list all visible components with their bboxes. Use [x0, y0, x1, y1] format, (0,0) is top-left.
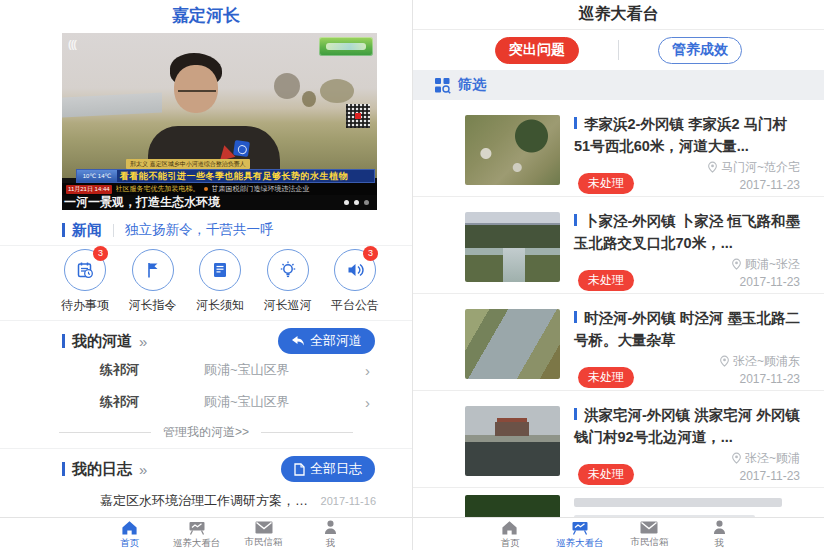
all-logs-button[interactable]: 全部日志: [281, 456, 375, 482]
user-icon: [322, 519, 339, 536]
my-rivers-title: 我的河道: [72, 332, 132, 351]
video-river: [62, 92, 162, 117]
action-notices[interactable]: 河长须知: [191, 249, 249, 314]
action-directives[interactable]: 河长指令: [124, 249, 182, 314]
document-icon: [210, 260, 230, 280]
issue-date: 2017-11-23: [719, 370, 800, 389]
news-video-player[interactable]: ((( 邢太义 嘉定区城乡中小河道综合整治负责人 10℃ 14℃ 看看能不能引进…: [62, 33, 377, 210]
river-row[interactable]: 练祁河 顾浦~宝山区界 ›: [100, 360, 370, 380]
issue-photo: [465, 309, 560, 379]
video-frame: (((: [62, 33, 377, 178]
issue-list: 李家浜2-外冈镇 李家浜2 马门村51号西北60米，河道大量... 未处理 马门…: [413, 100, 824, 517]
home-header: 嘉定河长: [0, 0, 412, 30]
filter-label: 筛选: [458, 76, 486, 94]
status-badge: 未处理: [578, 464, 634, 485]
tabbar-home-screen: 首页 巡养大看台 市民信箱 我: [0, 517, 412, 550]
news-headline-link[interactable]: 独立扬新令，千营共一呼: [125, 221, 274, 239]
user-icon: [711, 519, 728, 536]
more-chevrons-icon[interactable]: »: [139, 461, 147, 478]
log-row[interactable]: 嘉定区水环境治理工作调研方案，查看中... 2017-11-16: [100, 492, 376, 510]
tv-watermark-icon: (((: [68, 38, 76, 50]
status-badge: 未处理: [578, 367, 634, 388]
tab-citizen-mailbox[interactable]: 市民信箱: [615, 520, 685, 549]
my-logs-title: 我的日志: [72, 460, 132, 479]
home-icon: [120, 519, 139, 536]
home-icon: [500, 519, 519, 536]
tab-inspection-board[interactable]: 巡养大看台: [163, 519, 230, 550]
tab-me[interactable]: 我: [297, 519, 364, 550]
segmented-control: 突出问题 管养成效: [413, 30, 824, 70]
todo-list-icon: [75, 260, 95, 280]
video-headline-bar: 一河一景观，打造生态水环境: [62, 195, 377, 210]
lightbulb-icon: [278, 260, 298, 280]
issue-item[interactable]: 李家浜2-外冈镇 李家浜2 马门村51号西北60米，河道大量... 未处理 马门…: [413, 100, 824, 197]
weather-chip: 10℃ 14℃: [77, 170, 117, 182]
chevron-right-icon: ›: [365, 394, 370, 411]
location-pin-icon: [719, 355, 730, 367]
mail-icon: [254, 520, 274, 535]
tab-maintenance-results[interactable]: 管养成效: [658, 37, 742, 64]
board-header: 巡养大看台: [413, 0, 824, 30]
time-chip: 11月21日 14:44: [66, 185, 112, 194]
bullet-icon: [204, 187, 208, 191]
location-pin-icon: [731, 452, 742, 464]
river-row[interactable]: 练祁河 顾浦~宝山区界 ›: [100, 392, 370, 412]
mail-icon: [639, 520, 659, 535]
news-row[interactable]: 新闻 独立扬新令，千营共一呼: [62, 221, 377, 239]
issue-date: 2017-11-23: [731, 273, 800, 292]
program-logo-icon: [319, 37, 373, 56]
clipped-text: [574, 494, 800, 517]
board-chart-icon: [187, 519, 207, 536]
manage-rivers-link[interactable]: 管理我的河道>>: [0, 424, 412, 441]
action-todo[interactable]: 3 待办事项: [56, 249, 114, 314]
issue-item-partial[interactable]: [413, 488, 824, 517]
quick-actions: 3 待办事项 河长指令 河长须知 河长: [56, 249, 384, 314]
action-announcements[interactable]: 3 平台公告: [326, 249, 384, 314]
title-accent-bar: [574, 214, 577, 226]
flag-icon: [143, 260, 163, 280]
announcements-badge: 3: [363, 246, 378, 261]
tabbar-inspection-screen: 首页 巡养大看台 市民信箱 我: [413, 517, 824, 550]
issue-item[interactable]: 卜家泾-外冈镇 卜家泾 恒飞路和墨玉北路交叉口北70米，... 未处理 顾浦~张…: [413, 197, 824, 294]
tab-inspection-board[interactable]: 巡养大看台: [545, 519, 615, 550]
issue-photo: [465, 406, 560, 476]
issue-photo: [465, 212, 560, 282]
action-patrol[interactable]: 河长巡河: [259, 249, 317, 314]
page-title: 嘉定河长: [172, 4, 240, 27]
video-reporter-caption: 邢太义 嘉定区城乡中小河道综合整治负责人: [126, 159, 250, 169]
log-doc-icon: [294, 463, 305, 476]
board-chart-icon: [570, 519, 590, 536]
status-badge: 未处理: [578, 270, 634, 291]
carousel-dots[interactable]: [344, 200, 377, 205]
tab-home[interactable]: 首页: [96, 519, 163, 550]
tab-citizen-mailbox[interactable]: 市民信箱: [230, 520, 297, 549]
page-title: 巡养大看台: [579, 4, 659, 25]
issue-photo: [465, 115, 560, 185]
title-accent-bar: [574, 117, 577, 129]
screen-inspection-board: 巡养大看台 突出问题 管养成效 筛选 李家浜2-外冈镇 李家浜2 马门村51号西…: [412, 0, 824, 550]
chevron-right-icon: ›: [365, 362, 370, 379]
video-ticker: 10℃ 14℃ 看看能不能引进一些冬季也能具有足够长势的水生植物: [76, 169, 375, 183]
all-rivers-button[interactable]: 全部河道: [278, 328, 375, 354]
issue-date: 2017-11-23: [731, 467, 800, 486]
qr-code-icon: [346, 104, 370, 128]
back-arrow-icon: [291, 335, 305, 347]
speaker-icon: [345, 260, 365, 280]
issue-item[interactable]: 洪家宅河-外冈镇 洪家宅河 外冈镇钱门村92号北边河道，... 未处理 张泾~顾…: [413, 391, 824, 488]
location-pin-icon: [731, 258, 742, 270]
tab-home[interactable]: 首页: [475, 519, 545, 550]
screen-home: 嘉定河长 ((( 邢太义 嘉定区城乡中小河道综合整治负责人 10℃ 14℃ 看看…: [0, 0, 412, 550]
tab-me[interactable]: 我: [684, 519, 754, 550]
filter-bar[interactable]: 筛选: [413, 70, 824, 100]
issue-photo: [465, 495, 560, 517]
title-accent-bar: [574, 311, 577, 323]
app: 嘉定河长 ((( 邢太义 嘉定区城乡中小河道综合整治负责人 10℃ 14℃ 看看…: [0, 0, 825, 550]
issue-item[interactable]: 时泾河-外冈镇 时泾河 墨玉北路二号桥。大量杂草 未处理 张泾~顾浦东 2017…: [413, 294, 824, 391]
status-badge: 未处理: [578, 173, 634, 194]
my-rivers-header: 我的河道 » 全部河道: [62, 327, 375, 355]
title-accent-bar: [574, 408, 577, 420]
tab-highlight-issues[interactable]: 突出问题: [495, 37, 579, 64]
more-chevrons-icon[interactable]: »: [139, 333, 147, 350]
todo-badge: 3: [93, 246, 108, 261]
filter-grid-search-icon: [434, 77, 451, 94]
